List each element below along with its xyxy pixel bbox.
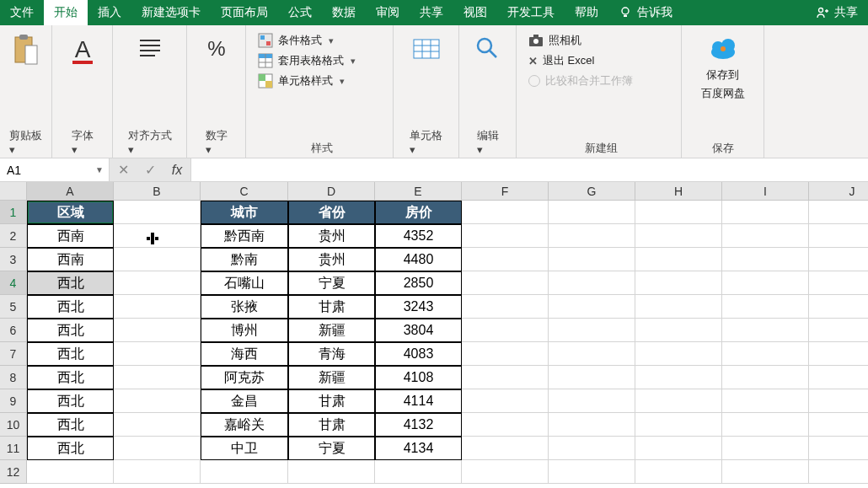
cell-F6[interactable] [462, 319, 549, 342]
cell-E6[interactable]: 3804 [375, 319, 462, 342]
row-header-10[interactable]: 10 [0, 413, 27, 437]
cell-A10[interactable]: 西北 [27, 413, 114, 437]
cell-D7[interactable]: 青海 [288, 342, 375, 366]
cell-B1[interactable] [114, 201, 201, 224]
cell-D8[interactable]: 新疆 [288, 366, 375, 389]
cell-I1[interactable] [722, 201, 809, 224]
cell-I4[interactable] [722, 271, 809, 295]
cell-G3[interactable] [549, 248, 635, 271]
cell-J2[interactable] [809, 224, 868, 248]
formula-input[interactable] [191, 158, 868, 181]
cell-A12[interactable] [27, 460, 114, 484]
tab-data[interactable]: 数据 [322, 0, 366, 25]
tab-file[interactable]: 文件 [0, 0, 44, 25]
cell-F2[interactable] [462, 224, 549, 248]
cell-G5[interactable] [549, 295, 635, 319]
cell-H12[interactable] [635, 460, 722, 484]
cell-A5[interactable]: 西北 [27, 295, 114, 319]
cell-C5[interactable]: 张掖 [201, 295, 288, 319]
cell-D2[interactable]: 贵州 [288, 224, 375, 248]
cell-D3[interactable]: 贵州 [288, 248, 375, 271]
cell-A6[interactable]: 西北 [27, 319, 114, 342]
cell-C7[interactable]: 海西 [201, 342, 288, 366]
cell-G10[interactable] [549, 413, 635, 437]
tab-tellme[interactable]: 告诉我 [608, 0, 683, 25]
cell-B11[interactable] [114, 437, 201, 460]
cell-D9[interactable]: 甘肃 [288, 389, 375, 413]
cell-A11[interactable]: 西北 [27, 437, 114, 460]
tab-review[interactable]: 审阅 [366, 0, 410, 25]
chevron-down-icon[interactable]: ▾ [128, 143, 134, 156]
cell-C1[interactable]: 城市 [201, 201, 288, 224]
cell-J8[interactable] [809, 366, 868, 389]
row-header-8[interactable]: 8 [0, 366, 27, 389]
cell-A2[interactable]: 西南 [27, 224, 114, 248]
cancel-formula-button[interactable]: ✕ [110, 162, 137, 178]
cell-J10[interactable] [809, 413, 868, 437]
cell-I6[interactable] [722, 319, 809, 342]
chevron-down-icon[interactable]: ▾ [477, 143, 483, 156]
cell-A8[interactable]: 西北 [27, 366, 114, 389]
cell-I11[interactable] [722, 437, 809, 460]
cells-button[interactable] [406, 30, 447, 67]
cell-G9[interactable] [549, 389, 635, 413]
name-box[interactable]: A1 ▼ [0, 158, 110, 181]
cell-I10[interactable] [722, 413, 809, 437]
cell-E7[interactable]: 4083 [375, 342, 462, 366]
cell-E5[interactable]: 3243 [375, 295, 462, 319]
cell-C10[interactable]: 嘉峪关 [201, 413, 288, 437]
cell-I5[interactable] [722, 295, 809, 319]
cell-H10[interactable] [635, 413, 722, 437]
edit-button[interactable] [468, 30, 508, 67]
cell-B6[interactable] [114, 319, 201, 342]
cell-E4[interactable]: 2850 [375, 271, 462, 295]
cell-H5[interactable] [635, 295, 722, 319]
chevron-down-icon[interactable]: ▾ [9, 143, 15, 156]
cell-I3[interactable] [722, 248, 809, 271]
tab-developer[interactable]: 开发工具 [497, 0, 565, 25]
cell-D6[interactable]: 新疆 [288, 319, 375, 342]
cell-F11[interactable] [462, 437, 549, 460]
cell-B7[interactable] [114, 342, 201, 366]
cell-J1[interactable] [809, 201, 868, 224]
cell-B5[interactable] [114, 295, 201, 319]
tab-formula[interactable]: 公式 [278, 0, 322, 25]
alignment-button[interactable] [130, 30, 170, 67]
cell-G12[interactable] [549, 460, 635, 484]
tab-insert[interactable]: 插入 [88, 0, 131, 25]
cell-A4[interactable]: 西北 [27, 271, 114, 295]
cell-E9[interactable]: 4114 [375, 389, 462, 413]
cell-C6[interactable]: 博州 [201, 319, 288, 342]
cell-H6[interactable] [635, 319, 722, 342]
cell-A1[interactable]: 区域 [27, 201, 114, 224]
cell-C11[interactable]: 中卫 [201, 437, 288, 460]
cell-B8[interactable] [114, 366, 201, 389]
col-header-C[interactable]: C [201, 182, 288, 201]
row-header-5[interactable]: 5 [0, 295, 27, 319]
number-button[interactable]: % [196, 30, 237, 67]
cell-J9[interactable] [809, 389, 868, 413]
cell-B3[interactable] [114, 248, 201, 271]
col-header-D[interactable]: D [288, 182, 375, 201]
tab-home[interactable]: 开始 [44, 0, 88, 25]
cell-A9[interactable]: 西北 [27, 389, 114, 413]
paste-button[interactable] [7, 30, 46, 71]
exit-excel-button[interactable]: ✕ 退出 Excel [528, 51, 633, 71]
col-header-H[interactable]: H [635, 182, 722, 201]
table-format-button[interactable]: 套用表格格式▾ [258, 51, 356, 71]
cell-B10[interactable] [114, 413, 201, 437]
cell-E8[interactable]: 4108 [375, 366, 462, 389]
cell-G4[interactable] [549, 271, 635, 295]
insert-function-button[interactable]: fx [163, 163, 190, 178]
row-header-6[interactable]: 6 [0, 319, 27, 342]
cell-J11[interactable] [809, 437, 868, 460]
row-header-2[interactable]: 2 [0, 224, 27, 248]
cell-H8[interactable] [635, 366, 722, 389]
col-header-F[interactable]: F [462, 182, 549, 201]
cell-I8[interactable] [722, 366, 809, 389]
cell-F3[interactable] [462, 248, 549, 271]
cell-E2[interactable]: 4352 [375, 224, 462, 248]
cell-J3[interactable] [809, 248, 868, 271]
row-header-4[interactable]: 4 [0, 271, 27, 295]
cell-J6[interactable] [809, 319, 868, 342]
